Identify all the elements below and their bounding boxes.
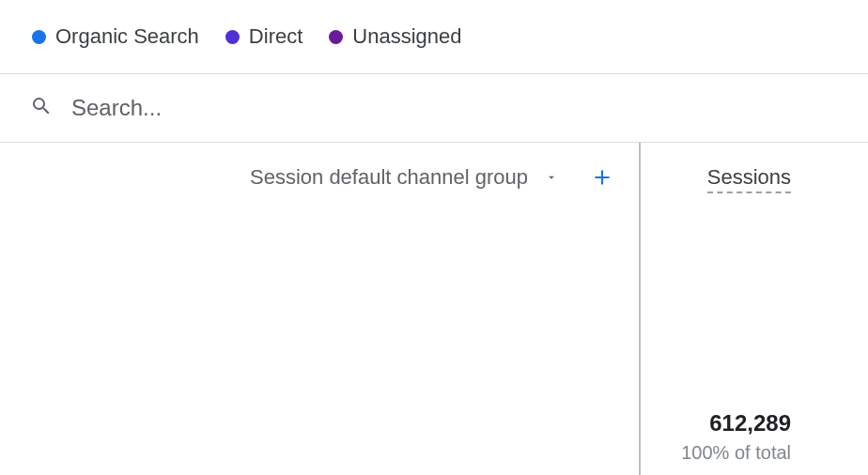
legend-dot-icon (32, 30, 46, 44)
search-input[interactable] (71, 95, 838, 121)
legend-item-organic-search[interactable]: Organic Search (32, 24, 199, 49)
search-icon (30, 95, 53, 121)
table-area: Session default channel group Sessions 6… (0, 143, 868, 475)
search-row (0, 74, 868, 142)
metric-total-block: 612,289 100% of total (681, 410, 791, 475)
legend-dot-icon (225, 30, 240, 44)
add-dimension-button[interactable] (590, 165, 614, 190)
chart-legend: Organic Search Direct Unassigned (0, 0, 868, 73)
dimension-column: Session default channel group (0, 143, 641, 475)
legend-item-unassigned[interactable]: Unassigned (329, 24, 461, 49)
chevron-down-icon[interactable] (545, 171, 558, 184)
dimension-header: Session default channel group (0, 143, 639, 212)
legend-dot-icon (329, 30, 343, 44)
metric-total-subtext: 100% of total (681, 442, 791, 464)
dimension-selector[interactable]: Session default channel group (250, 165, 528, 190)
legend-label: Unassigned (352, 24, 461, 49)
legend-item-direct[interactable]: Direct (225, 24, 302, 49)
metric-total-value: 612,289 (709, 410, 791, 437)
legend-label: Direct (249, 24, 302, 49)
metric-column: Sessions 612,289 100% of total (641, 143, 868, 475)
metric-header-sessions[interactable]: Sessions (707, 143, 791, 193)
legend-label: Organic Search (55, 24, 199, 49)
